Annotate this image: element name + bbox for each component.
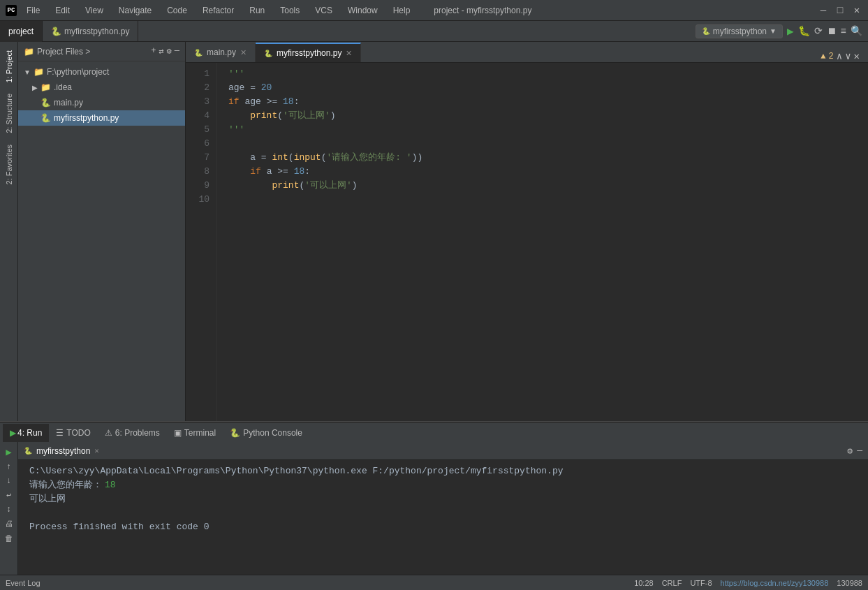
project-panel-label[interactable]: 1: Project [2, 45, 16, 88]
expand-arrow: ▶ [32, 84, 38, 91]
python-icon: 🐍 [230, 428, 240, 438]
settings-button[interactable]: ⚙ [167, 46, 172, 57]
output-result-line: 可以上网 [29, 492, 857, 506]
minimize-button[interactable]: — [818, 5, 829, 16]
code-line-8: if a >= 18: [228, 165, 860, 179]
menu-code[interactable]: Code [161, 4, 193, 17]
debug-button[interactable]: 🐛 [798, 25, 810, 37]
editor-content-area[interactable]: 1 2 3 4 5 6 7 8 9 10 ''' [186, 63, 868, 421]
status-crlf[interactable]: CRLF [662, 579, 682, 587]
favorites-panel-label[interactable]: 2: Favorites [2, 139, 16, 190]
scroll-to-source-button[interactable]: ⇄ [159, 46, 163, 57]
menu-tools[interactable]: Tools [274, 4, 305, 17]
status-event-log[interactable]: Event Log [6, 579, 41, 587]
line-numbers: 1 2 3 4 5 6 7 8 9 10 [186, 63, 217, 421]
scroll-up-button[interactable]: ∧ [837, 50, 842, 62]
tree-item-main-py[interactable]: ▶ 🐍 main.py [18, 95, 185, 110]
menu-refactor[interactable]: Refactor [197, 4, 240, 17]
status-url[interactable]: https://blog.csdn.net/zyy130988 [721, 579, 829, 587]
run-side-scroll[interactable]: ↕ [6, 505, 11, 515]
folder-icon: 📁 [34, 67, 44, 77]
structure-panel-label[interactable]: 2: Structure [2, 88, 16, 139]
project-tab-file[interactable]: 🐍 myfirsstpython.py [43, 21, 138, 42]
project-tab-file-label: myfirsstpython.py [64, 27, 129, 36]
tree-item-idea-label: .idea [54, 82, 72, 92]
folder-icon: 📁 [41, 82, 51, 92]
problems-icon: ⚠ [105, 428, 112, 438]
menu-help[interactable]: Help [388, 4, 416, 17]
run-side-print[interactable]: 🖨 [5, 519, 13, 529]
close-panel-icon[interactable]: — [857, 445, 862, 456]
python-console-tab[interactable]: 🐍 Python Console [223, 424, 309, 442]
menu-vcs[interactable]: VCS [309, 4, 338, 17]
run-button[interactable]: ▶ [787, 24, 794, 38]
python-file-icon: 🐍 [41, 113, 51, 123]
editor-tab-main[interactable]: 🐍 main.py ✕ [186, 43, 256, 62]
todo-label: TODO [66, 428, 90, 438]
menu-edit[interactable]: Edit [50, 4, 75, 17]
run-side-down[interactable]: ↓ [6, 476, 11, 486]
close-button[interactable]: ✕ [851, 5, 862, 16]
editor-tab-myfirst[interactable]: 🐍 myfirsstpython.py ✕ [256, 43, 361, 62]
run-configuration[interactable]: 🐍 myfirsstpython ▼ [696, 24, 783, 38]
title-bar: PC File Edit View Navigate Code Refactor… [0, 0, 868, 21]
run-side-play[interactable]: ▶ [6, 446, 11, 458]
output-prompt-text: 请输入您的年龄： [29, 478, 102, 492]
menu-run[interactable]: Run [244, 4, 270, 17]
menu-file[interactable]: File [21, 4, 45, 17]
tree-item-myfirsstpython-label: myfirsstpython.py [54, 113, 119, 123]
status-warnings[interactable]: 130988 [837, 579, 862, 587]
file-tree-header: 📁 Project Files > + ⇄ ⚙ — [18, 42, 185, 61]
editor-tab-main-close[interactable]: ✕ [240, 48, 247, 57]
run-tab[interactable]: ▶ 4: Run [3, 424, 49, 442]
terminal-tab[interactable]: ▣ Terminal [167, 424, 223, 442]
output-prompt-line: 请输入您的年龄： 18 [29, 478, 857, 492]
terminal-icon: ▣ [174, 428, 182, 438]
menu-window[interactable]: Window [342, 4, 383, 17]
problems-tab[interactable]: ⚠ 6: Problems [98, 424, 167, 442]
stop-button[interactable]: ⏹ [827, 26, 837, 37]
run-tab-close[interactable]: ✕ [94, 446, 99, 455]
run-output: C:\Users\zyy\AppData\Local\Programs\Pyth… [18, 460, 868, 575]
tree-item-myfirsstpython-py[interactable]: ▶ 🐍 myfirsstpython.py [18, 110, 185, 126]
editor-tab-main-label: main.py [207, 47, 236, 57]
code-line-5: ''' [228, 123, 860, 137]
code-editor[interactable]: ''' age = 20 if age >= 18: print('可以上网') [217, 63, 860, 421]
menu-view[interactable]: View [80, 4, 109, 17]
code-line-4: print('可以上网') [228, 109, 860, 123]
scroll-down-button[interactable]: ∨ [845, 50, 851, 62]
file-tree-panel: 📁 Project Files > + ⇄ ⚙ — ▼ 📁 F:\python\… [18, 42, 186, 421]
tree-item-root[interactable]: ▼ 📁 F:\python\project [18, 64, 185, 80]
coverage-button[interactable]: ⟳ [814, 25, 823, 37]
add-file-button[interactable]: + [151, 46, 156, 57]
python-console-label: Python Console [243, 428, 302, 438]
editor-tab-myfirst-close[interactable]: ✕ [346, 49, 352, 58]
run-tab-label: 4: Run [17, 428, 42, 438]
maximize-button[interactable]: □ [834, 5, 846, 16]
search-everywhere-button[interactable]: 🔍 [851, 25, 862, 37]
run-tab-name: myfirsstpython [36, 446, 90, 456]
code-line-9: print('可以上网') [228, 179, 860, 193]
tree-item-root-label: F:\python\project [47, 67, 109, 77]
settings-icon[interactable]: ⚙ [847, 445, 853, 457]
more-button[interactable]: ≡ [841, 26, 846, 37]
folder-icon: 📁 [24, 47, 34, 57]
warning-indicator: ▲ 2 ∧ ∨ ✕ [821, 50, 868, 62]
status-position[interactable]: 10:28 [634, 579, 654, 587]
run-side-trash[interactable]: 🗑 [5, 533, 13, 544]
run-side-up[interactable]: ↑ [6, 462, 11, 472]
menu-navigate[interactable]: Navigate [113, 4, 157, 17]
status-encoding[interactable]: UTF-8 [690, 579, 712, 587]
file-tree-breadcrumb: Project Files > [37, 47, 90, 57]
run-side-wrap[interactable]: ↩ [6, 490, 11, 501]
expand-arrow: ▼ [24, 68, 31, 76]
tree-item-idea[interactable]: ▶ 📁 .idea [18, 80, 185, 95]
warning-count: 2 [828, 52, 833, 61]
minimize-panel-button[interactable]: — [175, 46, 179, 57]
project-tab-project[interactable]: project [0, 21, 43, 42]
todo-tab[interactable]: ☰ TODO [49, 424, 97, 442]
editor-panel: 🐍 main.py ✕ 🐍 myfirsstpython.py ✕ ▲ 2 ∧ … [186, 42, 868, 421]
close-inspections-button[interactable]: ✕ [854, 50, 860, 62]
output-process-line: Process finished with exit code 0 [29, 520, 857, 534]
tree-item-main-py-label: main.py [54, 98, 83, 108]
